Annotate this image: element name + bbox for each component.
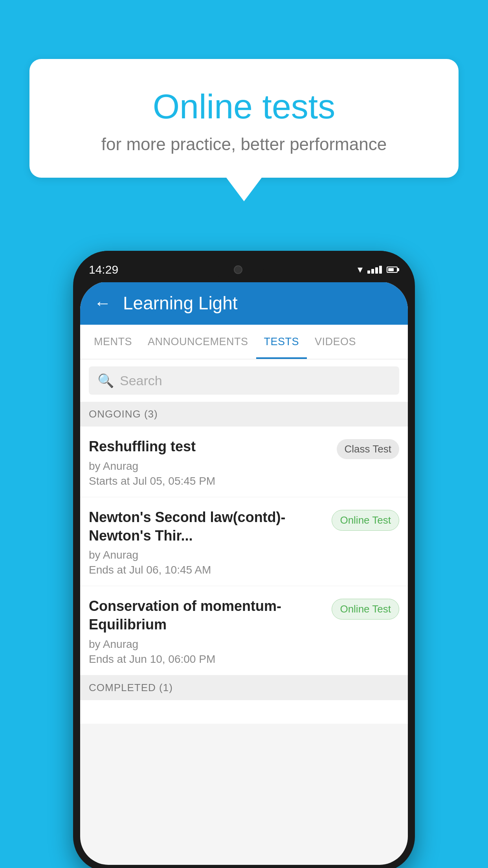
ongoing-section-header: ONGOING (3) xyxy=(80,402,408,427)
tabs-container: MENTS ANNOUNCEMENTS TESTS VIDEOS xyxy=(80,325,408,359)
test-item-reshuffling-date: Starts at Jul 05, 05:45 PM xyxy=(89,475,329,487)
test-item-conservation-left: Conservation of momentum-Equilibrium by … xyxy=(89,597,332,666)
speech-bubble-arrow xyxy=(226,178,262,201)
phone-notch xyxy=(213,261,264,278)
test-item-reshuffling-author: by Anurag xyxy=(89,460,329,473)
status-bar: 14:29 ▾ xyxy=(73,251,415,282)
tab-ments[interactable]: MENTS xyxy=(86,325,140,359)
tab-tests[interactable]: TESTS xyxy=(256,325,307,359)
phone-camera xyxy=(234,265,242,274)
test-item-reshuffling-left: Reshuffling test by Anurag Starts at Jul… xyxy=(89,438,337,487)
battery-icon xyxy=(387,267,399,273)
wifi-icon: ▾ xyxy=(358,263,363,276)
test-item-conservation-title: Conservation of momentum-Equilibrium xyxy=(89,597,324,634)
app-header: ← Learning Light xyxy=(80,281,408,325)
test-item-reshuffling-badge: Class Test xyxy=(337,439,399,459)
test-item-conservation[interactable]: Conservation of momentum-Equilibrium by … xyxy=(80,586,408,675)
test-item-newtons-title: Newton's Second law(contd)-Newton's Thir… xyxy=(89,508,324,545)
bottom-content-area xyxy=(80,700,408,724)
speech-bubble-title: Online tests xyxy=(61,86,427,127)
completed-section-header: COMPLETED (1) xyxy=(80,675,408,700)
signal-bars-icon xyxy=(367,266,382,274)
phone-status-icons: ▾ xyxy=(358,263,399,276)
test-item-newtons-badge: Online Test xyxy=(332,510,399,531)
test-item-reshuffling-title: Reshuffling test xyxy=(89,438,329,456)
test-item-newtons-left: Newton's Second law(contd)-Newton's Thir… xyxy=(89,508,332,577)
search-icon: 🔍 xyxy=(97,373,114,388)
tab-videos[interactable]: VIDEOS xyxy=(307,325,364,359)
search-container: 🔍 Search xyxy=(80,359,408,402)
test-item-newtons[interactable]: Newton's Second law(contd)-Newton's Thir… xyxy=(80,497,408,587)
speech-bubble-container: Online tests for more practice, better p… xyxy=(29,59,459,201)
back-arrow-icon[interactable]: ← xyxy=(94,293,111,313)
test-item-conservation-date: Ends at Jun 10, 06:00 PM xyxy=(89,653,324,666)
test-item-newtons-date: Ends at Jul 06, 10:45 AM xyxy=(89,564,324,576)
phone-frame: 14:29 ▾ ← L xyxy=(73,251,415,868)
test-item-reshuffling[interactable]: Reshuffling test by Anurag Starts at Jul… xyxy=(80,427,408,497)
test-item-conservation-badge: Online Test xyxy=(332,599,399,620)
tab-announcements[interactable]: ANNOUNCEMENTS xyxy=(140,325,256,359)
speech-bubble: Online tests for more practice, better p… xyxy=(29,59,459,178)
test-item-conservation-author: by Anurag xyxy=(89,638,324,651)
speech-bubble-subtitle: for more practice, better performance xyxy=(61,134,427,154)
ongoing-header-text: ONGOING (3) xyxy=(89,408,158,420)
phone-time: 14:29 xyxy=(89,263,118,276)
completed-header-text: COMPLETED (1) xyxy=(89,682,173,693)
test-item-newtons-author: by Anurag xyxy=(89,549,324,561)
phone-screen: ← Learning Light MENTS ANNOUNCEMENTS TES… xyxy=(80,281,408,865)
search-placeholder: Search xyxy=(120,373,162,388)
search-input-wrapper[interactable]: 🔍 Search xyxy=(89,366,399,395)
app-header-title: Learning Light xyxy=(123,292,238,314)
